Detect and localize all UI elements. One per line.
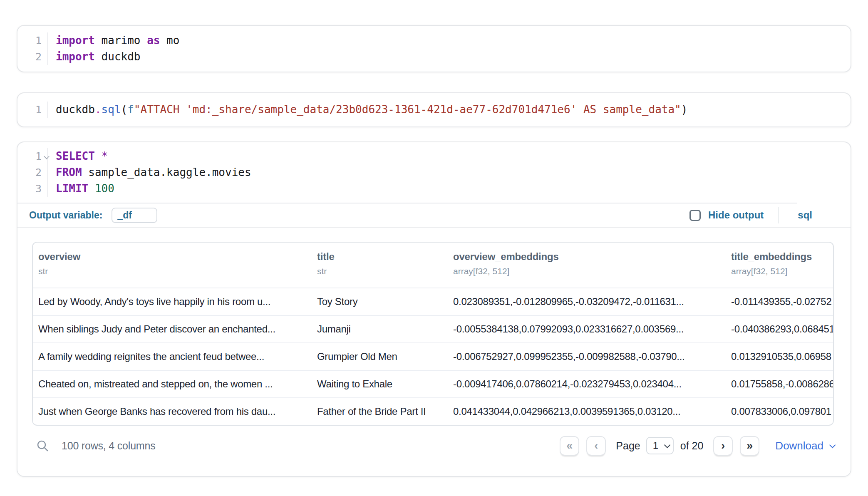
column-header-overview[interactable]: overviewstr [33, 243, 312, 288]
table-row[interactable]: When siblings Judy and Peter discover an… [33, 315, 833, 342]
column-name: title [317, 251, 448, 263]
code-editor[interactable]: 1import marimo as mo2import duckdb [17, 32, 851, 65]
table-cell: 0.007833006,0.097801 [726, 406, 834, 417]
code-editor[interactable]: 1duckdb.sql(f"ATTACH 'md:_share/sample_d… [17, 102, 851, 118]
page-label: Page [616, 440, 640, 452]
page-total-label: of 20 [680, 440, 704, 452]
column-type: str [38, 266, 312, 276]
line-number: 1 [17, 102, 48, 118]
code-line[interactable]: 1import marimo as mo [17, 32, 851, 49]
table-row[interactable]: Cheated on, mistreated and stepped on, t… [33, 370, 833, 397]
last-page-icon: » [746, 439, 753, 452]
line-number: 2 [17, 49, 48, 65]
divider [778, 207, 779, 223]
table-cell: -0.006752927,0.099952355,-0.009982588,-0… [448, 351, 726, 362]
code-text: import duckdb [48, 49, 141, 65]
last-page-button[interactable]: » [740, 436, 759, 456]
table-row[interactable]: Just when George Banks has recovered fro… [33, 397, 833, 425]
code-text: SELECT * [48, 148, 108, 164]
table-cell: 0.01755858,-0.0086286 [726, 378, 834, 390]
line-number: 1 [17, 148, 48, 164]
table-cell: Led by Woody, Andy's toys live happily i… [33, 296, 312, 308]
table-cell: -0.040386293,0.068451 [726, 323, 834, 335]
table-cell: A family wedding reignites the ancient f… [33, 351, 312, 362]
page-select[interactable]: 1 [646, 437, 674, 454]
table-cell: Jumanji [312, 323, 448, 335]
result-table: overviewstrtitlestroverview_embeddingsar… [32, 242, 834, 426]
column-name: overview_embeddings [453, 251, 726, 263]
output-variable-input[interactable] [112, 208, 157, 223]
code-line[interactable]: 2import duckdb [17, 49, 851, 65]
column-header-title_embeddings[interactable]: title_embeddingsarray[f32, 512] [726, 243, 834, 288]
column-type: str [317, 266, 448, 276]
hide-output-label: Hide output [708, 209, 764, 221]
code-cell-attach[interactable]: 1duckdb.sql(f"ATTACH 'md:_share/sample_d… [17, 92, 851, 127]
code-text: duckdb.sql(f"ATTACH 'md:_share/sample_da… [48, 102, 687, 118]
column-name: title_embeddings [731, 251, 834, 263]
first-page-icon: « [566, 439, 573, 452]
table-cell: Waiting to Exhale [312, 378, 448, 390]
table-cell: Father of the Bride Part II [312, 406, 448, 417]
chevron-down-icon [664, 441, 671, 448]
column-header-overview_embeddings[interactable]: overview_embeddingsarray[f32, 512] [448, 243, 726, 288]
language-badge[interactable]: sql [798, 209, 812, 221]
table-cell: -0.011439355,-0.02752 [726, 296, 834, 308]
table-row[interactable]: Led by Woody, Andy's toys live happily i… [33, 288, 833, 315]
prev-page-icon: ‹ [594, 439, 598, 452]
download-button[interactable]: Download [775, 439, 834, 452]
next-page-button[interactable]: › [713, 436, 733, 456]
code-text: LIMIT 100 [48, 181, 114, 197]
table-row[interactable]: A family wedding reignites the ancient f… [33, 342, 833, 370]
table-header: overviewstrtitlestroverview_embeddingsar… [33, 243, 833, 288]
table-cell: 0.023089351,-0.012809965,-0.03209472,-0.… [448, 296, 726, 308]
code-line[interactable]: 1SELECT * [17, 148, 851, 164]
hide-output-checkbox[interactable] [689, 210, 701, 221]
table-body: Led by Woody, Andy's toys live happily i… [33, 288, 833, 425]
code-line[interactable]: 1duckdb.sql(f"ATTACH 'md:_share/sample_d… [17, 102, 851, 118]
table-cell: Cheated on, mistreated and stepped on, t… [33, 378, 312, 390]
column-type: array[f32, 512] [731, 266, 834, 276]
column-type: array[f32, 512] [453, 266, 726, 276]
code-editor[interactable]: 1SELECT *2FROM sample_data.kaggle.movies… [17, 142, 851, 197]
output-variable-label: Output variable: [29, 210, 102, 221]
chevron-down-icon [829, 441, 836, 448]
table-cell: Toy Story [312, 296, 448, 308]
next-page-icon: › [721, 439, 725, 452]
code-text: FROM sample_data.kaggle.movies [48, 164, 251, 181]
table-cell: 0.0132910535,0.06958 [726, 351, 834, 362]
table-cell: When siblings Judy and Peter discover an… [33, 323, 312, 335]
line-number: 3 [17, 181, 48, 197]
line-number: 1 [17, 32, 48, 49]
column-header-title[interactable]: titlestr [312, 243, 448, 288]
prev-page-button[interactable]: ‹ [586, 436, 606, 456]
output-variable-bar: Output variable: Hide output sql [17, 203, 851, 228]
download-label: Download [775, 439, 823, 452]
first-page-button[interactable]: « [560, 436, 579, 456]
table-footer: 100 rows, 4 columns « ‹ Page 1 of 20 › » [17, 426, 851, 466]
pagination: « ‹ Page 1 of 20 › » Download [560, 436, 834, 456]
table-cell: Grumpier Old Men [312, 351, 448, 362]
table-cell: Just when George Banks has recovered fro… [33, 406, 312, 417]
code-text: import marimo as mo [48, 32, 179, 49]
page-select-value: 1 [653, 440, 658, 451]
table-cell: -0.0055384138,0.07992093,0.023316627,0.0… [448, 323, 726, 335]
code-cell-imports[interactable]: 1import marimo as mo2import duckdb [17, 25, 851, 72]
code-line[interactable]: 2FROM sample_data.kaggle.movies [17, 164, 851, 181]
column-name: overview [38, 251, 312, 263]
code-line[interactable]: 3LIMIT 100 [17, 181, 851, 197]
line-number: 2 [17, 164, 48, 181]
row-count-status: 100 rows, 4 columns [62, 440, 155, 452]
sql-cell: 1SELECT *2FROM sample_data.kaggle.movies… [17, 141, 851, 477]
search-icon[interactable] [35, 438, 50, 453]
table-cell: 0.041433044,0.042966213,0.0039591365,0.0… [448, 406, 726, 417]
table-cell: -0.009417406,0.07860214,-0.023279453,0.0… [448, 378, 726, 390]
